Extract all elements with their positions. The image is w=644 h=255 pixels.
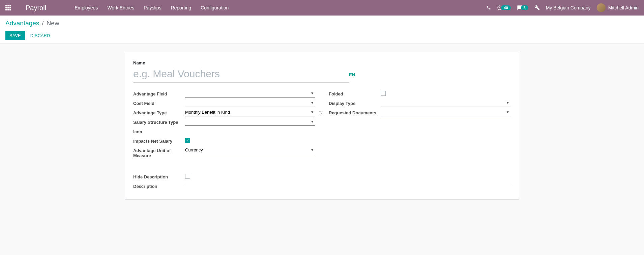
breadcrumb-current: New xyxy=(47,20,59,27)
field-icon: Icon xyxy=(133,127,315,137)
field-hide-description: Hide Description xyxy=(133,172,511,182)
discard-button[interactable]: Discard xyxy=(29,31,52,40)
breadcrumb: Advantages / New xyxy=(5,20,639,27)
impacts-net-salary-checkbox[interactable]: ✓ xyxy=(185,138,190,143)
menu-payslips[interactable]: Payslips xyxy=(144,5,161,10)
form-sheet: Name EN Advantage Field ▼ Cost Field xyxy=(125,52,519,200)
field-requested-documents: Requested Documents ▼ xyxy=(329,108,511,118)
language-badge[interactable]: EN xyxy=(349,72,355,77)
control-panel: Advantages / New Save Discard xyxy=(0,16,644,44)
field-advantage-type: Advantage Type ▼ xyxy=(133,108,315,118)
advantage-uom-input[interactable] xyxy=(185,147,315,154)
app-brand[interactable]: Payroll xyxy=(26,4,46,12)
label-advantage-type: Advantage Type xyxy=(133,109,185,115)
menu-work-entries[interactable]: Work Entries xyxy=(107,5,134,10)
hide-description-checkbox[interactable] xyxy=(185,174,190,179)
control-buttons: Save Discard xyxy=(5,31,639,40)
form-view: Name EN Advantage Field ▼ Cost Field xyxy=(0,44,644,208)
field-description: Description xyxy=(133,182,511,191)
label-advantage-field: Advantage Field xyxy=(133,90,185,96)
label-display-type: Display Type xyxy=(329,100,381,106)
field-advantage-uom: Advantage Unit of Measure ▼ xyxy=(133,146,315,159)
label-cost-field: Cost Field xyxy=(133,100,185,106)
main-navbar: Payroll Employees Work Entries Payslips … xyxy=(0,0,644,16)
menu-configuration[interactable]: Configuration xyxy=(201,5,229,10)
description-input[interactable] xyxy=(185,182,511,186)
svg-line-1 xyxy=(320,111,322,113)
navbar-left: Payroll Employees Work Entries Payslips … xyxy=(5,4,229,12)
field-display-type: Display Type ▼ xyxy=(329,99,511,108)
user-menu[interactable]: Mitchell Admin xyxy=(597,3,639,12)
title-section: Name EN xyxy=(133,60,511,83)
phone-icon[interactable] xyxy=(486,5,491,10)
label-advantage-uom: Advantage Unit of Measure xyxy=(133,147,185,158)
label-salary-structure-type: Salary Structure Type xyxy=(133,118,185,125)
name-label: Name xyxy=(133,60,511,65)
form-columns: Advantage Field ▼ Cost Field ▼ Advantage… xyxy=(133,89,511,159)
salary-structure-type-input[interactable] xyxy=(185,118,315,126)
label-requested-documents: Requested Documents xyxy=(329,109,381,115)
label-folded: Folded xyxy=(329,90,381,96)
advantage-field-input[interactable] xyxy=(185,90,315,97)
left-column: Advantage Field ▼ Cost Field ▼ Advantage… xyxy=(133,89,315,159)
messaging-button[interactable]: 5 xyxy=(517,5,528,10)
message-count: 5 xyxy=(521,5,528,10)
navbar-right: 40 5 My Belgian Company Mitchell Admin xyxy=(486,3,639,12)
debug-icon[interactable] xyxy=(534,5,540,10)
field-folded: Folded xyxy=(329,89,511,99)
field-salary-structure-type: Salary Structure Type ▼ xyxy=(133,118,315,127)
avatar xyxy=(597,3,606,12)
save-button[interactable]: Save xyxy=(5,31,25,40)
label-hide-description: Hide Description xyxy=(133,173,185,179)
activity-count: 40 xyxy=(501,5,510,10)
name-input[interactable] xyxy=(133,67,349,83)
menu-employees[interactable]: Employees xyxy=(75,5,98,10)
field-advantage-field: Advantage Field ▼ xyxy=(133,89,315,99)
activity-button[interactable]: 40 xyxy=(497,5,510,10)
label-icon: Icon xyxy=(133,128,185,134)
breadcrumb-separator: / xyxy=(42,20,43,27)
external-link-icon[interactable] xyxy=(319,110,323,116)
display-type-input[interactable] xyxy=(381,100,511,107)
label-impacts-net-salary: Impacts Net Salary xyxy=(133,137,185,144)
folded-checkbox[interactable] xyxy=(381,91,386,96)
user-name: Mitchell Admin xyxy=(608,5,639,10)
label-description: Description xyxy=(133,182,185,189)
company-selector[interactable]: My Belgian Company xyxy=(546,5,591,10)
field-impacts-net-salary: Impacts Net Salary ✓ xyxy=(133,137,315,146)
description-section: Hide Description Description xyxy=(133,172,511,191)
advantage-type-input[interactable] xyxy=(185,109,315,116)
menu-reporting[interactable]: Reporting xyxy=(171,5,191,10)
breadcrumb-parent[interactable]: Advantages xyxy=(5,20,39,27)
field-cost-field: Cost Field ▼ xyxy=(133,99,315,108)
requested-documents-input[interactable] xyxy=(381,109,511,116)
apps-icon[interactable] xyxy=(5,5,11,10)
cost-field-input[interactable] xyxy=(185,100,315,107)
right-column: Folded Display Type ▼ Requested Document… xyxy=(329,89,511,159)
nav-menu: Employees Work Entries Payslips Reportin… xyxy=(75,5,229,10)
